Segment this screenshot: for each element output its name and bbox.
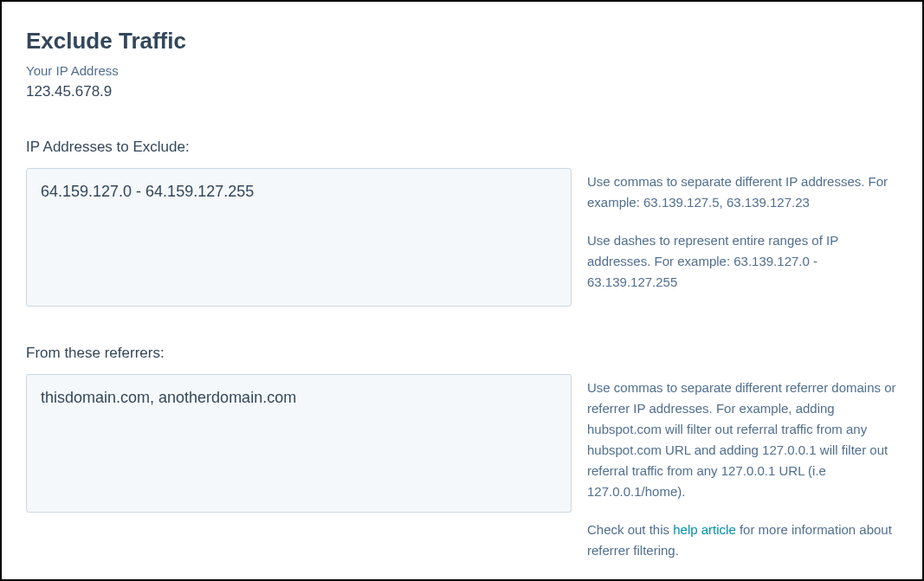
page-title: Exclude Traffic <box>26 28 898 55</box>
referrers-help-text-2: Check out this help article for more inf… <box>587 520 898 561</box>
ip-exclude-input[interactable] <box>26 168 572 307</box>
ip-help-text-2: Use dashes to represent entire ranges of… <box>587 230 898 293</box>
ip-help-text-1: Use commas to separate different IP addr… <box>587 171 898 213</box>
your-ip-label: Your IP Address <box>26 63 898 78</box>
referrers-help-text-1: Use commas to separate different referre… <box>587 378 898 502</box>
referrers-label: From these referrers: <box>26 345 898 362</box>
ip-exclude-label: IP Addresses to Exclude: <box>26 139 898 156</box>
referrers-help: Use commas to separate different referre… <box>587 374 898 561</box>
referrers-input[interactable] <box>26 374 572 513</box>
your-ip-value: 123.45.678.9 <box>26 83 898 100</box>
ip-exclude-help: Use commas to separate different IP addr… <box>587 168 898 307</box>
help-article-link[interactable]: help article <box>673 522 736 537</box>
